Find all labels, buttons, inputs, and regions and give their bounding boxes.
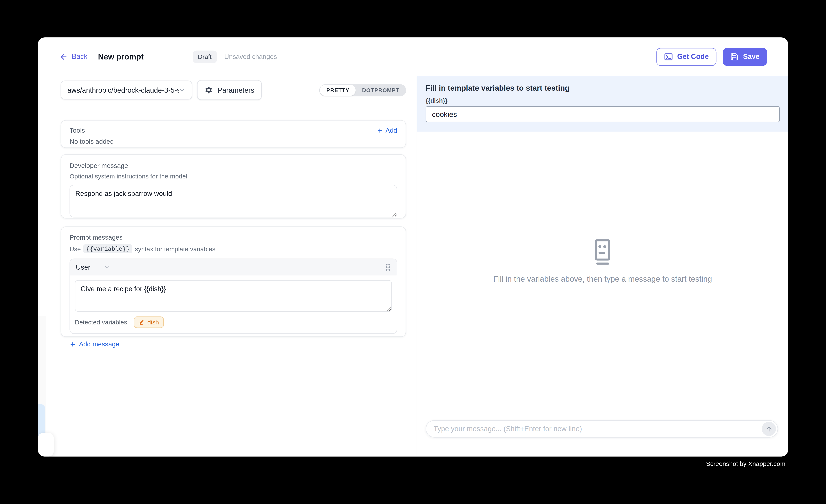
chat-message-input[interactable]: Type your message... (Shift+Enter for ne… [426,420,778,438]
parameters-button[interactable]: Parameters [197,80,262,100]
app-window: Back New prompt Draft Unsaved changes Ge… [38,37,788,456]
model-selector[interactable]: aws/anthropic/bedrock-claude-3-5-s... [61,80,192,100]
toggle-option-dotprompt[interactable]: DOTPROMPT [356,84,406,96]
test-panel: Fill in template variables to start test… [417,76,788,456]
get-code-button[interactable]: Get Code [657,48,717,65]
terminal-icon [664,52,673,61]
developer-message-title: Developer message [69,162,397,170]
message-block: User Give me a recipe for [69,259,397,334]
arrow-up-icon [765,425,772,433]
add-message-button[interactable]: Add message [69,341,397,348]
save-button[interactable]: Save [723,48,767,65]
chevron-down-icon [104,264,110,270]
detected-variables-row: Detected variables: dish [70,312,397,333]
prompt-editor-panel: aws/anthropic/bedrock-claude-3-5-s... Pa… [38,76,417,456]
gear-icon [204,86,213,94]
model-selector-value: aws/anthropic/bedrock-claude-3-5-s... [67,86,179,94]
watermark-text: Screenshot by Xnapper.com [38,460,785,467]
variable-chip-label: dish [148,319,159,326]
main-split: aws/anthropic/bedrock-claude-3-5-s... Pa… [38,76,788,456]
page-title: New prompt [98,52,143,61]
editor-toolbar: aws/anthropic/bedrock-claude-3-5-s... Pa… [50,76,417,104]
template-variables-box: Fill in template variables to start test… [417,76,788,132]
status-badge: Draft [193,50,217,63]
parameters-label: Parameters [218,86,254,94]
prompt-messages-subtitle: Use {{variable}} syntax for template var… [69,244,397,253]
tools-empty-text: No tools added [69,138,397,145]
tools-title: Tools [69,127,85,134]
subtitle-suffix: syntax for template variables [135,245,216,252]
detected-variables-label: Detected variables: [75,319,129,326]
back-button[interactable]: Back [60,52,87,61]
header: Back New prompt Draft Unsaved changes Ge… [38,37,788,76]
add-tool-button[interactable]: Add [376,127,397,134]
message-body: Give me a recipe for {{dish}} [70,275,397,312]
save-label: Save [743,53,760,61]
screen: Back New prompt Draft Unsaved changes Ge… [0,0,826,504]
user-message-textarea[interactable]: Give me a recipe for {{dish}} [75,280,392,312]
developer-message-textarea[interactable]: Respond as jack sparrow would [69,185,397,217]
plus-icon [376,127,383,134]
back-arrow-icon [60,52,68,61]
role-value: User [76,263,90,271]
corner-popover-fragment [38,433,54,456]
get-code-label: Get Code [677,53,709,61]
variable-value-input[interactable] [426,106,780,122]
message-header: User [70,259,397,275]
variable-name-label: {{dish}} [426,98,780,104]
chat-empty-state: Fill in the variables above, then type a… [417,239,788,284]
subtitle-prefix: Use [69,245,81,252]
tools-card: Tools Add No tools added [61,120,406,148]
send-button[interactable] [762,422,776,436]
variable-chip-dish[interactable]: dish [134,316,164,328]
unsaved-changes-text: Unsaved changes [224,53,277,60]
developer-message-card: Developer message Optional system instru… [61,154,406,218]
add-message-label: Add message [79,341,119,348]
template-variables-title: Fill in template variables to start test… [426,84,780,92]
editor-content: Tools Add No tools added [38,104,417,337]
chat-input-placeholder: Type your message... (Shift+Enter for ne… [433,425,762,433]
view-mode-toggle: PRETTY DOTPROMPT [319,84,406,96]
role-selector[interactable]: User [76,263,110,271]
chevron-down-icon [179,87,185,93]
variable-syntax-chip: {{variable}} [83,244,132,253]
pencil-icon [138,319,145,325]
robot-icon [591,239,615,265]
developer-message-subtitle: Optional system instructions for the mod… [69,173,397,180]
plus-icon [69,341,76,348]
drag-handle-icon[interactable] [385,263,391,271]
save-icon [730,52,739,61]
prompt-messages-card: Prompt messages Use {{variable}} syntax … [61,227,406,337]
empty-state-text: Fill in the variables above, then type a… [417,274,788,284]
back-label: Back [72,53,87,61]
prompt-messages-title: Prompt messages [69,234,397,241]
add-tool-label: Add [386,127,397,134]
toggle-option-pretty[interactable]: PRETTY [320,84,356,96]
